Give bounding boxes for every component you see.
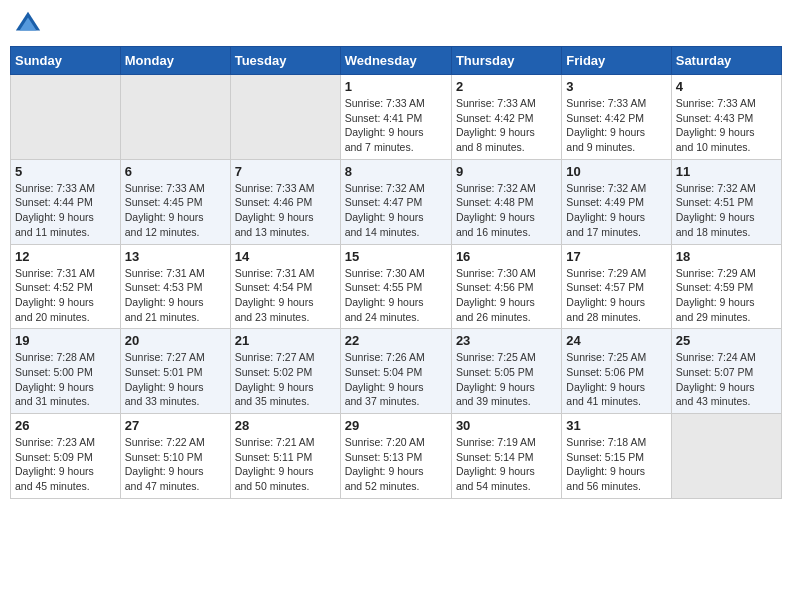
day-number: 15 bbox=[345, 249, 447, 264]
day-info: Sunrise: 7:33 AM Sunset: 4:46 PM Dayligh… bbox=[235, 181, 336, 240]
day-number: 6 bbox=[125, 164, 226, 179]
calendar-cell: 26Sunrise: 7:23 AM Sunset: 5:09 PM Dayli… bbox=[11, 414, 121, 499]
day-number: 24 bbox=[566, 333, 666, 348]
day-info: Sunrise: 7:22 AM Sunset: 5:10 PM Dayligh… bbox=[125, 435, 226, 494]
calendar-cell: 18Sunrise: 7:29 AM Sunset: 4:59 PM Dayli… bbox=[671, 244, 781, 329]
day-info: Sunrise: 7:30 AM Sunset: 4:56 PM Dayligh… bbox=[456, 266, 557, 325]
calendar-week-row: 5Sunrise: 7:33 AM Sunset: 4:44 PM Daylig… bbox=[11, 159, 782, 244]
calendar-cell: 12Sunrise: 7:31 AM Sunset: 4:52 PM Dayli… bbox=[11, 244, 121, 329]
day-number: 7 bbox=[235, 164, 336, 179]
day-number: 11 bbox=[676, 164, 777, 179]
calendar-cell: 27Sunrise: 7:22 AM Sunset: 5:10 PM Dayli… bbox=[120, 414, 230, 499]
day-number: 10 bbox=[566, 164, 666, 179]
day-info: Sunrise: 7:30 AM Sunset: 4:55 PM Dayligh… bbox=[345, 266, 447, 325]
day-number: 16 bbox=[456, 249, 557, 264]
day-number: 1 bbox=[345, 79, 447, 94]
day-info: Sunrise: 7:24 AM Sunset: 5:07 PM Dayligh… bbox=[676, 350, 777, 409]
day-info: Sunrise: 7:27 AM Sunset: 5:02 PM Dayligh… bbox=[235, 350, 336, 409]
day-number: 26 bbox=[15, 418, 116, 433]
day-number: 31 bbox=[566, 418, 666, 433]
day-info: Sunrise: 7:32 AM Sunset: 4:47 PM Dayligh… bbox=[345, 181, 447, 240]
day-number: 5 bbox=[15, 164, 116, 179]
day-info: Sunrise: 7:33 AM Sunset: 4:42 PM Dayligh… bbox=[566, 96, 666, 155]
day-number: 23 bbox=[456, 333, 557, 348]
calendar-cell: 22Sunrise: 7:26 AM Sunset: 5:04 PM Dayli… bbox=[340, 329, 451, 414]
calendar-week-row: 19Sunrise: 7:28 AM Sunset: 5:00 PM Dayli… bbox=[11, 329, 782, 414]
calendar-cell: 8Sunrise: 7:32 AM Sunset: 4:47 PM Daylig… bbox=[340, 159, 451, 244]
weekday-row: SundayMondayTuesdayWednesdayThursdayFrid… bbox=[11, 47, 782, 75]
day-number: 13 bbox=[125, 249, 226, 264]
day-info: Sunrise: 7:31 AM Sunset: 4:53 PM Dayligh… bbox=[125, 266, 226, 325]
weekday-header: Saturday bbox=[671, 47, 781, 75]
calendar-cell: 10Sunrise: 7:32 AM Sunset: 4:49 PM Dayli… bbox=[562, 159, 671, 244]
calendar-cell: 2Sunrise: 7:33 AM Sunset: 4:42 PM Daylig… bbox=[451, 75, 561, 160]
day-number: 12 bbox=[15, 249, 116, 264]
calendar-cell: 9Sunrise: 7:32 AM Sunset: 4:48 PM Daylig… bbox=[451, 159, 561, 244]
calendar-cell bbox=[120, 75, 230, 160]
day-info: Sunrise: 7:23 AM Sunset: 5:09 PM Dayligh… bbox=[15, 435, 116, 494]
day-number: 18 bbox=[676, 249, 777, 264]
calendar-week-row: 1Sunrise: 7:33 AM Sunset: 4:41 PM Daylig… bbox=[11, 75, 782, 160]
day-info: Sunrise: 7:26 AM Sunset: 5:04 PM Dayligh… bbox=[345, 350, 447, 409]
calendar-cell: 6Sunrise: 7:33 AM Sunset: 4:45 PM Daylig… bbox=[120, 159, 230, 244]
calendar-cell: 20Sunrise: 7:27 AM Sunset: 5:01 PM Dayli… bbox=[120, 329, 230, 414]
calendar-cell: 3Sunrise: 7:33 AM Sunset: 4:42 PM Daylig… bbox=[562, 75, 671, 160]
calendar-cell: 4Sunrise: 7:33 AM Sunset: 4:43 PM Daylig… bbox=[671, 75, 781, 160]
day-info: Sunrise: 7:32 AM Sunset: 4:48 PM Dayligh… bbox=[456, 181, 557, 240]
calendar-header: SundayMondayTuesdayWednesdayThursdayFrid… bbox=[11, 47, 782, 75]
day-info: Sunrise: 7:33 AM Sunset: 4:45 PM Dayligh… bbox=[125, 181, 226, 240]
day-number: 17 bbox=[566, 249, 666, 264]
day-info: Sunrise: 7:29 AM Sunset: 4:59 PM Dayligh… bbox=[676, 266, 777, 325]
day-info: Sunrise: 7:33 AM Sunset: 4:42 PM Dayligh… bbox=[456, 96, 557, 155]
day-info: Sunrise: 7:29 AM Sunset: 4:57 PM Dayligh… bbox=[566, 266, 666, 325]
calendar-cell: 15Sunrise: 7:30 AM Sunset: 4:55 PM Dayli… bbox=[340, 244, 451, 329]
day-info: Sunrise: 7:25 AM Sunset: 5:06 PM Dayligh… bbox=[566, 350, 666, 409]
calendar-cell bbox=[11, 75, 121, 160]
calendar-cell: 14Sunrise: 7:31 AM Sunset: 4:54 PM Dayli… bbox=[230, 244, 340, 329]
day-info: Sunrise: 7:32 AM Sunset: 4:51 PM Dayligh… bbox=[676, 181, 777, 240]
calendar-cell: 30Sunrise: 7:19 AM Sunset: 5:14 PM Dayli… bbox=[451, 414, 561, 499]
day-info: Sunrise: 7:21 AM Sunset: 5:11 PM Dayligh… bbox=[235, 435, 336, 494]
day-info: Sunrise: 7:31 AM Sunset: 4:54 PM Dayligh… bbox=[235, 266, 336, 325]
calendar-cell: 23Sunrise: 7:25 AM Sunset: 5:05 PM Dayli… bbox=[451, 329, 561, 414]
calendar-cell: 7Sunrise: 7:33 AM Sunset: 4:46 PM Daylig… bbox=[230, 159, 340, 244]
day-info: Sunrise: 7:27 AM Sunset: 5:01 PM Dayligh… bbox=[125, 350, 226, 409]
day-info: Sunrise: 7:32 AM Sunset: 4:49 PM Dayligh… bbox=[566, 181, 666, 240]
day-info: Sunrise: 7:19 AM Sunset: 5:14 PM Dayligh… bbox=[456, 435, 557, 494]
day-number: 22 bbox=[345, 333, 447, 348]
calendar-cell: 31Sunrise: 7:18 AM Sunset: 5:15 PM Dayli… bbox=[562, 414, 671, 499]
calendar-cell bbox=[230, 75, 340, 160]
weekday-header: Thursday bbox=[451, 47, 561, 75]
calendar-cell: 19Sunrise: 7:28 AM Sunset: 5:00 PM Dayli… bbox=[11, 329, 121, 414]
calendar-cell bbox=[671, 414, 781, 499]
calendar-cell: 1Sunrise: 7:33 AM Sunset: 4:41 PM Daylig… bbox=[340, 75, 451, 160]
day-info: Sunrise: 7:33 AM Sunset: 4:44 PM Dayligh… bbox=[15, 181, 116, 240]
weekday-header: Wednesday bbox=[340, 47, 451, 75]
day-info: Sunrise: 7:33 AM Sunset: 4:41 PM Dayligh… bbox=[345, 96, 447, 155]
day-number: 27 bbox=[125, 418, 226, 433]
calendar-cell: 21Sunrise: 7:27 AM Sunset: 5:02 PM Dayli… bbox=[230, 329, 340, 414]
calendar-cell: 28Sunrise: 7:21 AM Sunset: 5:11 PM Dayli… bbox=[230, 414, 340, 499]
day-info: Sunrise: 7:28 AM Sunset: 5:00 PM Dayligh… bbox=[15, 350, 116, 409]
day-info: Sunrise: 7:18 AM Sunset: 5:15 PM Dayligh… bbox=[566, 435, 666, 494]
calendar-cell: 17Sunrise: 7:29 AM Sunset: 4:57 PM Dayli… bbox=[562, 244, 671, 329]
day-info: Sunrise: 7:20 AM Sunset: 5:13 PM Dayligh… bbox=[345, 435, 447, 494]
day-number: 30 bbox=[456, 418, 557, 433]
calendar-cell: 24Sunrise: 7:25 AM Sunset: 5:06 PM Dayli… bbox=[562, 329, 671, 414]
weekday-header: Sunday bbox=[11, 47, 121, 75]
day-number: 19 bbox=[15, 333, 116, 348]
day-number: 29 bbox=[345, 418, 447, 433]
day-number: 8 bbox=[345, 164, 447, 179]
calendar-body: 1Sunrise: 7:33 AM Sunset: 4:41 PM Daylig… bbox=[11, 75, 782, 499]
day-number: 20 bbox=[125, 333, 226, 348]
weekday-header: Friday bbox=[562, 47, 671, 75]
day-number: 3 bbox=[566, 79, 666, 94]
calendar-cell: 5Sunrise: 7:33 AM Sunset: 4:44 PM Daylig… bbox=[11, 159, 121, 244]
day-number: 9 bbox=[456, 164, 557, 179]
day-number: 28 bbox=[235, 418, 336, 433]
logo bbox=[14, 10, 44, 38]
calendar-week-row: 12Sunrise: 7:31 AM Sunset: 4:52 PM Dayli… bbox=[11, 244, 782, 329]
day-info: Sunrise: 7:33 AM Sunset: 4:43 PM Dayligh… bbox=[676, 96, 777, 155]
day-info: Sunrise: 7:31 AM Sunset: 4:52 PM Dayligh… bbox=[15, 266, 116, 325]
day-number: 25 bbox=[676, 333, 777, 348]
